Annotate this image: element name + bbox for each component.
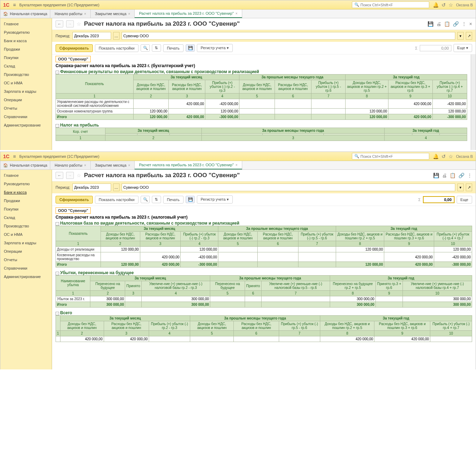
close-icon[interactable]: × (128, 12, 130, 16)
settings-button[interactable]: Показать настройки (95, 196, 139, 204)
sidebar-item[interactable]: Отчеты (0, 104, 52, 112)
sidebar-item[interactable]: Банк и касса (0, 37, 52, 45)
print-button[interactable]: Печать (163, 196, 184, 204)
period-input[interactable] (72, 183, 111, 191)
tab-tax-calc[interactable]: Расчет налога на прибыль за 2023 г. ООО … (135, 161, 242, 169)
sum-field[interactable]: 0,00 (423, 196, 455, 203)
close-icon[interactable]: × (84, 163, 86, 167)
kebab-icon[interactable]: ⋮ (462, 21, 467, 27)
link-icon[interactable]: 🔗 (453, 21, 459, 27)
scrollbar[interactable] (471, 54, 476, 150)
register-button[interactable]: Регистр учета ▾ (197, 44, 233, 52)
print-icon[interactable]: 🖨 (442, 173, 447, 178)
sidebar-item[interactable]: ОС и НМА (0, 230, 52, 239)
expand-button[interactable]: ⇅ (152, 196, 161, 203)
search-input[interactable] (360, 154, 427, 159)
menu-icon[interactable]: ≡ (13, 154, 16, 159)
close-icon[interactable]: × (236, 163, 238, 167)
close-icon[interactable]: × (84, 12, 86, 16)
sidebar-item[interactable]: Администрирование (0, 121, 52, 129)
period-select[interactable]: … (113, 32, 120, 40)
tab-home[interactable]: 🏠Начальная страница (0, 161, 50, 169)
org-input[interactable]: Сувенир ООО (122, 32, 455, 40)
copy-icon[interactable]: 📋 (444, 21, 450, 27)
star-icon[interactable]: ☆ (449, 2, 453, 8)
close-icon[interactable]: × (236, 12, 238, 15)
tab-close-month[interactable]: Закрытие месяца× (91, 9, 135, 18)
tab-tax-calc[interactable]: Расчет налога на прибыль за 2023 г. ООО … (135, 9, 242, 18)
forward-button[interactable]: → (66, 20, 74, 27)
save-icon[interactable]: 💾 (427, 21, 433, 27)
kebab-icon[interactable]: ⋮ (467, 173, 472, 178)
collapse-icon[interactable]: - (56, 71, 59, 74)
period-select[interactable]: … (113, 183, 120, 191)
disk-button[interactable]: 💾 (186, 44, 195, 52)
close-icon[interactable]: × (469, 21, 472, 27)
tab-start[interactable]: Начало работы× (50, 9, 91, 18)
collapse-icon[interactable]: - (56, 124, 59, 128)
collapse-icon[interactable]: - (56, 312, 59, 315)
sidebar-item[interactable]: ОС и НМА (0, 79, 52, 87)
star-icon[interactable]: ☆ (449, 154, 453, 159)
sidebar-item[interactable]: Руководителю (0, 180, 52, 188)
search-input[interactable] (360, 3, 427, 7)
menu-icon[interactable]: ≡ (13, 2, 16, 8)
sidebar-item[interactable]: Операции (0, 247, 52, 256)
sidebar-item[interactable]: Склад (0, 213, 52, 222)
print-button[interactable]: Печать (163, 44, 184, 52)
disk-button[interactable]: 💾 (186, 196, 195, 203)
search-button[interactable]: 🔍 (141, 196, 150, 203)
register-button[interactable]: Регистр учета ▾ (197, 195, 233, 204)
org-open[interactable]: ↗ (466, 183, 472, 191)
close-icon[interactable]: × (128, 163, 130, 167)
favorite-icon[interactable]: ☆ (77, 21, 81, 27)
copy-icon[interactable]: 📋 (450, 173, 456, 178)
sidebar-item[interactable]: Производство (0, 70, 52, 79)
sidebar-item[interactable]: Справочники (0, 112, 52, 121)
sidebar-item[interactable]: Зарплата и кадры (0, 87, 52, 96)
back-button[interactable]: ← (56, 20, 63, 27)
forward-button[interactable]: → (66, 172, 74, 179)
sidebar-item[interactable]: Справочники (0, 264, 52, 272)
history-icon[interactable]: ↺ (442, 154, 446, 159)
sum-field[interactable]: 0,00 (420, 45, 451, 51)
sidebar-item[interactable]: Склад (0, 62, 52, 70)
more-button[interactable]: Еще ▾ (454, 44, 472, 52)
sidebar-item[interactable]: Производство (0, 222, 52, 230)
tab-home[interactable]: 🏠Начальная страница (0, 9, 50, 18)
collapse-icon[interactable]: - (56, 222, 59, 226)
org-input[interactable]: Сувенир ООО (122, 183, 455, 191)
save-icon[interactable]: 💾 (433, 173, 439, 178)
sidebar-item[interactable]: Продажи (0, 45, 52, 53)
sidebar-item[interactable]: Покупки (0, 53, 52, 62)
user-label[interactable]: Оксана В (456, 154, 473, 159)
bell-icon[interactable]: 🔔 (433, 2, 439, 8)
org-dropdown[interactable]: ▾ (457, 32, 464, 40)
sidebar-item[interactable]: Руководителю (0, 28, 52, 37)
search-box[interactable]: 🔍 (352, 1, 429, 8)
user-label[interactable]: Оксана В (456, 3, 473, 7)
sidebar-item[interactable]: Банк и касса (0, 188, 52, 196)
history-icon[interactable]: ↺ (442, 2, 446, 8)
search-button[interactable]: 🔍 (141, 44, 150, 52)
favorite-icon[interactable]: ☆ (77, 173, 81, 178)
expand-button[interactable]: ⇅ (152, 44, 161, 52)
sidebar-item[interactable]: Продажи (0, 196, 52, 205)
sidebar-item[interactable]: Администрирование (0, 272, 52, 281)
bell-icon[interactable]: 🔔 (433, 154, 439, 159)
sidebar-item[interactable]: Зарплата и кадры (0, 239, 52, 247)
more-button[interactable]: Еще (457, 196, 472, 204)
org-dropdown[interactable]: ▾ (457, 183, 464, 191)
sidebar-item[interactable]: Отчеты (0, 256, 52, 264)
sidebar-item[interactable]: Операции (0, 96, 52, 104)
tab-start[interactable]: Начало работы× (50, 161, 91, 169)
sidebar-item[interactable]: Главное (0, 171, 52, 180)
period-input[interactable] (72, 32, 111, 40)
print-icon[interactable]: 🖨 (436, 21, 441, 27)
sidebar-item[interactable]: Главное (0, 20, 52, 28)
back-button[interactable]: ← (56, 172, 63, 179)
settings-button[interactable]: Показать настройки (95, 44, 139, 52)
collapse-icon[interactable]: - (56, 272, 59, 275)
form-button[interactable]: Сформировать (56, 44, 93, 52)
sidebar-item[interactable]: Покупки (0, 205, 52, 213)
